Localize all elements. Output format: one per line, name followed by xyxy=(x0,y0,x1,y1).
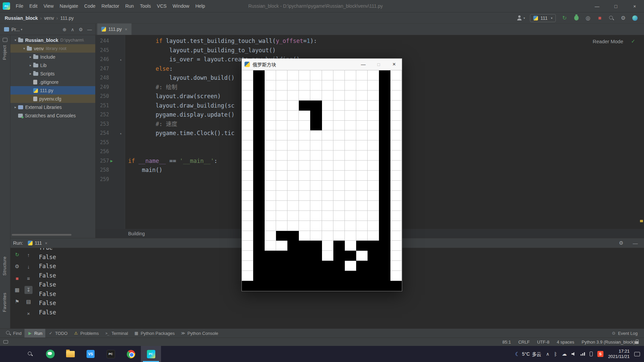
lock-icon[interactable] xyxy=(635,341,639,344)
menu-window[interactable]: Window xyxy=(170,0,193,12)
menu-navigate[interactable]: Navigate xyxy=(57,0,81,12)
chevron-right-icon[interactable]: ▸ xyxy=(28,63,33,67)
toolwindow-favorites[interactable]: Favorites xyxy=(2,293,7,312)
breadcrumb-russian-block[interactable]: Russian_block xyxy=(5,15,38,21)
tree-item-lib[interactable]: ▸Lib xyxy=(10,61,95,69)
user-menu[interactable]: ▾ xyxy=(517,15,525,20)
taskbar-wechat[interactable] xyxy=(40,346,60,362)
taskbar-chrome[interactable] xyxy=(121,346,141,362)
menu-view[interactable]: View xyxy=(41,0,57,12)
tree-item-pyvenv-cfg[interactable]: pyvenv.cfg xyxy=(10,95,95,103)
chevron-right-icon[interactable]: ▸ xyxy=(13,105,18,109)
sogou-icon[interactable]: S xyxy=(597,351,603,357)
chevron-down-icon[interactable]: ▾ xyxy=(21,47,27,50)
tree-item-gitignore[interactable]: .gitignore xyxy=(10,78,95,86)
debug-icon[interactable] xyxy=(573,14,580,22)
taskbar-vscode[interactable]: VS xyxy=(80,346,101,362)
chevron-right-icon[interactable]: ▸ xyxy=(28,72,33,75)
toolwindow-structure[interactable]: Structure xyxy=(2,256,7,276)
close-tab-icon[interactable]: × xyxy=(125,27,127,32)
weather-widget[interactable]: ☾ 5°C 多云 xyxy=(515,351,541,357)
status-utf-8[interactable]: UTF-8 xyxy=(537,340,549,345)
up-stack-trace-icon[interactable]: ↑ xyxy=(24,251,33,259)
toolwindow-problems[interactable]: ⚠Problems xyxy=(70,329,102,338)
settings-icon[interactable]: ⚙ xyxy=(78,27,83,32)
run-tab[interactable]: 111 × xyxy=(28,240,48,246)
toolwindow-event-log[interactable]: ⊙Event Log xyxy=(608,331,641,336)
tree-item-external-libraries[interactable]: ▸External Libraries xyxy=(10,103,95,111)
terminal-monitor-icon[interactable] xyxy=(3,340,8,344)
signal-icon[interactable] xyxy=(581,352,585,356)
toolwindow-project[interactable]: Project xyxy=(2,45,7,60)
chevron-down-icon[interactable]: ▾ xyxy=(13,38,18,42)
menu-edit[interactable]: Edit xyxy=(26,0,41,12)
window-minimize-button[interactable]: — xyxy=(588,0,606,12)
game-close-button[interactable]: × xyxy=(386,59,402,70)
menu-tools[interactable]: Tools xyxy=(137,0,154,12)
chevron-right-icon[interactable]: ▸ xyxy=(28,55,33,59)
tree-item-scratches-and-consoles[interactable]: Scratches and Consoles xyxy=(10,111,95,120)
stop-icon[interactable]: ■ xyxy=(596,14,603,22)
toolwindow-terminal[interactable]: >_Terminal xyxy=(102,329,131,338)
status-python-3-9-russian-block[interactable]: Python 3.9 (Russian_block) xyxy=(582,340,635,345)
rerun-icon[interactable]: ↻ xyxy=(13,251,21,259)
run-icon[interactable]: ↻ xyxy=(561,14,568,22)
tree-item-111-py[interactable]: 111.py xyxy=(10,86,95,95)
game-minimize-button[interactable]: — xyxy=(356,59,371,70)
fold-icon[interactable]: ▴ xyxy=(120,55,122,64)
project-view-selector[interactable]: Pr... xyxy=(11,27,20,32)
cloud-icon[interactable]: ☁ xyxy=(562,351,567,357)
taskbar-pycharm-active[interactable]: PC xyxy=(141,346,161,362)
notification-center-icon[interactable] xyxy=(634,352,640,356)
code-line-244[interactable]: 244 if layout.test_building_touch_wall(y… xyxy=(96,37,644,46)
tetris-titlebar[interactable]: 俄罗斯方块 —□× xyxy=(242,59,402,70)
menu-help[interactable]: Help xyxy=(192,0,208,12)
scroll-to-end-icon[interactable]: ↧ xyxy=(24,286,33,294)
toolwindow-run[interactable]: ▶Run xyxy=(24,329,45,338)
soft-wrap-icon[interactable]: ≡ xyxy=(24,274,33,282)
tree-item-scripts[interactable]: ▸Scripts xyxy=(10,69,95,78)
breadcrumb-venv[interactable]: venv xyxy=(44,15,54,21)
speaker-icon[interactable] xyxy=(572,352,576,356)
breadcrumb-scope[interactable]: Building xyxy=(128,231,145,236)
status-crlf[interactable]: CRLF xyxy=(518,340,530,345)
status-85-1[interactable]: 85:1 xyxy=(502,340,511,345)
run-configuration-selector[interactable]: 111 ▾ xyxy=(530,14,556,22)
caret-icon[interactable]: ∧ xyxy=(546,351,549,357)
run-line-icon[interactable]: ▶ xyxy=(110,157,113,166)
taskbar-clock[interactable]: 17:21 2021/11/21 xyxy=(608,349,630,360)
close-run-tab-icon[interactable]: × xyxy=(45,241,48,246)
taskbar-pycharm[interactable]: PC xyxy=(101,346,121,362)
locate-icon[interactable]: ⊕ xyxy=(62,27,66,32)
print-icon[interactable]: ▤ xyxy=(24,298,33,306)
settings-icon[interactable]: ⚙ xyxy=(13,262,21,270)
hide-icon[interactable]: — xyxy=(631,239,639,247)
menu-file[interactable]: File xyxy=(13,0,26,12)
pin-icon[interactable]: ⚑ xyxy=(13,298,21,306)
tree-item-venv[interactable]: ▾venvlibrary root xyxy=(10,44,95,53)
menu-refactor[interactable]: Refactor xyxy=(99,0,122,12)
toolwindow-python-packages[interactable]: ▦Python Packages xyxy=(131,329,178,338)
code-with-me-icon[interactable] xyxy=(631,14,639,22)
toolwindow-find[interactable]: Find xyxy=(3,329,24,338)
search-icon[interactable] xyxy=(608,14,615,22)
settings-icon[interactable]: ⚙ xyxy=(617,239,625,247)
phone-icon[interactable] xyxy=(590,352,593,356)
menu-vcs[interactable]: VCS xyxy=(154,0,170,12)
settings-icon[interactable]: ⚙ xyxy=(620,14,627,22)
status-4-spaces[interactable]: 4 spaces xyxy=(557,340,574,345)
tab-111-py[interactable]: 111.py × xyxy=(97,23,131,35)
tree-item-include[interactable]: ▸Include xyxy=(10,53,95,61)
scrollbar-warning-mark[interactable] xyxy=(640,220,643,222)
taskbar-start[interactable] xyxy=(0,346,20,362)
taskbar-explorer[interactable] xyxy=(60,346,80,362)
horizontal-scrollbar[interactable] xyxy=(12,234,71,236)
window-maximize-button[interactable]: □ xyxy=(606,0,625,12)
restore-layout-icon[interactable]: ▦ xyxy=(13,286,21,294)
breadcrumb-111-py[interactable]: 111.py xyxy=(60,15,74,21)
game-maximize-button[interactable]: □ xyxy=(371,59,386,70)
fold-icon[interactable]: ▴ xyxy=(120,129,122,138)
menu-run[interactable]: Run xyxy=(122,0,137,12)
window-close-button[interactable]: × xyxy=(625,0,644,12)
toolwindow-todo[interactable]: ✓TODO xyxy=(45,329,70,338)
